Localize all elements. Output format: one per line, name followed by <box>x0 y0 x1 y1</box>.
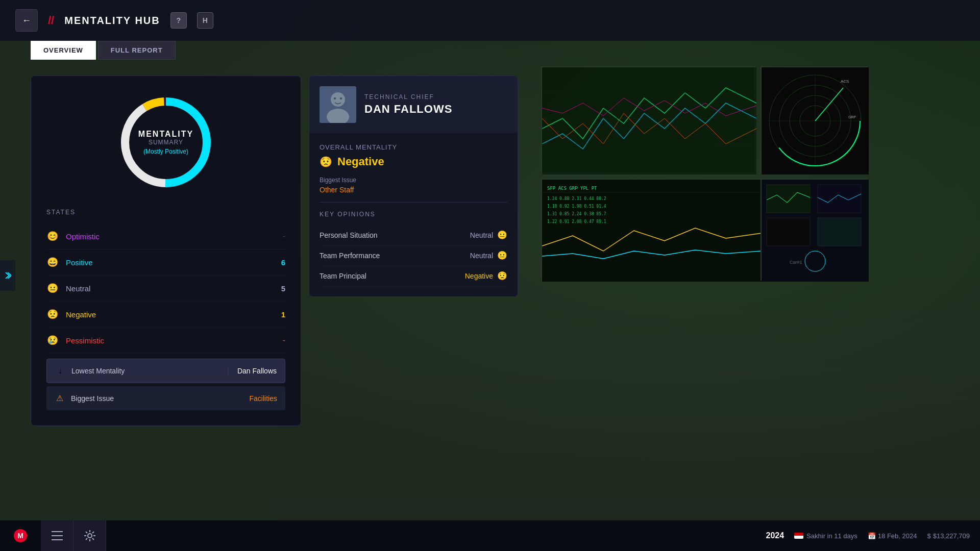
hotkey-button[interactable]: H <box>197 12 213 29</box>
svg-text:M: M <box>17 532 23 540</box>
donut-status: (Mostly Positive) <box>138 148 193 155</box>
pessimistic-emoji: 😢 <box>46 335 59 346</box>
biggest-issue-icon: ⚠ <box>55 393 65 403</box>
states-section: STATES 😊 Optimistic - 😄 Positive 6 😐 Neu… <box>46 209 285 354</box>
tab-full-report[interactable]: FULL REPORT <box>98 41 176 60</box>
lowest-mentality-label: Lowest Mentality <box>71 367 219 375</box>
date-info: 📅 18 Feb, 2024 <box>868 532 917 540</box>
opinion-emoji-team-performance: 😐 <box>497 251 507 260</box>
settings-button[interactable] <box>74 520 106 551</box>
sidebar-expand-button[interactable] <box>0 260 15 291</box>
back-button[interactable]: ← <box>15 9 38 32</box>
neutral-label: Neutral <box>66 284 281 293</box>
opinion-emoji-personal: 😐 <box>497 230 507 240</box>
main-panel: MENTALITY SUMMARY (Mostly Positive) STAT… <box>31 76 301 426</box>
money-info: $ $13,227,709 <box>927 532 970 540</box>
monitor-screen-3: SFP ACS GRP YPL PT 1.24 0.88 2.11 0.44 8… <box>541 179 761 281</box>
opinion-value-team-performance: Neutral <box>470 252 493 260</box>
lowest-mentality-value: Dan Fallows <box>237 367 277 375</box>
calendar-icon: 📅 <box>868 532 876 540</box>
year-badge: 2024 <box>766 531 785 540</box>
profile-body: OVERALL MENTALITY 😟 Negative Biggest Iss… <box>309 133 518 296</box>
svg-text:1.31  0.85  2.24  0.38  85.7: 1.31 0.85 2.24 0.38 85.7 <box>547 212 606 216</box>
avatar <box>320 86 356 123</box>
mentality-emoji: 😟 <box>320 156 332 168</box>
svg-rect-41 <box>52 535 63 536</box>
positive-emoji: 😄 <box>46 257 59 268</box>
svg-rect-26 <box>818 218 861 246</box>
opinion-row-personal: Personal Situation Neutral 😐 <box>320 225 507 245</box>
negative-emoji: 😟 <box>46 309 59 320</box>
state-row-neutral[interactable]: 😐 Neutral 5 <box>46 276 285 302</box>
menu-button[interactable] <box>41 520 74 551</box>
gear-icon <box>84 530 95 541</box>
location-info: Sakhir in 11 days <box>794 532 857 540</box>
tab-overview[interactable]: OVERVIEW <box>31 41 96 60</box>
opinion-emoji-team-principal: 😟 <box>497 271 507 281</box>
negative-count: 1 <box>281 310 285 319</box>
state-row-pessimistic[interactable]: 😢 Pessimistic - <box>46 328 285 354</box>
lowest-mentality-icon: ↓ <box>55 366 65 375</box>
donut-chart-container: MENTALITY SUMMARY (Mostly Positive) <box>46 91 285 193</box>
pessimistic-count: - <box>283 336 285 345</box>
monitor-screen-1 <box>541 66 755 173</box>
svg-text:ACS: ACS <box>841 79 849 84</box>
svg-text:Car#1: Car#1 <box>790 260 802 265</box>
menu-icon <box>52 531 63 540</box>
svg-point-43 <box>88 534 92 538</box>
bottom-stats: ↓ Lowest Mentality | Dan Fallows ⚠ Bigge… <box>46 359 285 410</box>
overall-mentality-label: OVERALL MENTALITY <box>320 143 507 151</box>
svg-text:1.18  0.92  1.98  0.51  91.4: 1.18 0.92 1.98 0.51 91.4 <box>547 204 606 209</box>
opinion-value-personal: Neutral <box>470 231 493 239</box>
svg-text:GRP: GRP <box>848 115 856 119</box>
opinion-label-team-principal: Team Principal <box>320 272 465 280</box>
money-icon: $ <box>927 532 930 540</box>
profile-biggest-issue-label: Biggest Issue <box>320 177 507 184</box>
state-row-negative[interactable]: 😟 Negative 1 <box>46 302 285 328</box>
pessimistic-label: Pessimistic <box>66 336 283 345</box>
svg-rect-42 <box>52 539 63 540</box>
donut-center: MENTALITY SUMMARY (Mostly Positive) <box>138 130 193 155</box>
bottom-bar: M 2024 Sakhir in 11 days 📅 18 Feb, 2024 … <box>0 520 980 551</box>
monitor-screen-4: Car#1 <box>761 179 868 281</box>
svg-text:SFP  ACS  GRP  YPL  PT: SFP ACS GRP YPL PT <box>547 186 597 191</box>
neutral-emoji: 😐 <box>46 283 59 294</box>
biggest-issue-row[interactable]: ⚠ Biggest Issue Facilities <box>46 386 285 410</box>
mentality-value: 😟 Negative <box>320 155 507 168</box>
bottom-right-info: 2024 Sakhir in 11 days 📅 18 Feb, 2024 $ … <box>766 531 970 540</box>
monitors-background: ACS GRP SFP ACS GRP YPL PT 1.24 0.88 2.1… <box>541 66 980 342</box>
neutral-count: 5 <box>281 284 285 293</box>
money-text: $13,227,709 <box>933 532 970 540</box>
opinion-row-team-performance: Team Performance Neutral 😐 <box>320 245 507 266</box>
states-title: STATES <box>46 209 285 216</box>
location-flag <box>794 533 803 539</box>
state-row-optimistic[interactable]: 😊 Optimistic - <box>46 223 285 249</box>
svg-rect-23 <box>767 185 810 213</box>
positive-label: Positive <box>66 258 281 267</box>
donut-title: MENTALITY <box>138 130 193 139</box>
biggest-issue-value: Facilities <box>250 394 277 403</box>
svg-text:1.24  0.88  2.11  0.44  88.2: 1.24 0.88 2.11 0.44 88.2 <box>547 196 606 201</box>
brand-logo: M <box>10 525 31 546</box>
profile-header: TECHNICAL CHIEF DAN FALLOWS <box>309 76 518 133</box>
state-row-positive[interactable]: 😄 Positive 6 <box>46 249 285 276</box>
profile-name: DAN FALLOWS <box>364 103 507 116</box>
opinion-value-team-principal: Negative <box>465 272 493 280</box>
help-button[interactable]: ? <box>170 12 187 29</box>
negative-label: Negative <box>66 310 281 319</box>
lowest-mentality-row[interactable]: ↓ Lowest Mentality | Dan Fallows <box>46 359 285 383</box>
profile-card: TECHNICAL CHIEF DAN FALLOWS OVERALL MENT… <box>309 76 518 297</box>
donut-subtitle: SUMMARY <box>138 139 193 146</box>
date-text: 18 Feb, 2024 <box>878 532 917 540</box>
svg-rect-0 <box>542 67 756 174</box>
opinion-row-team-principal: Team Principal Negative 😟 <box>320 266 507 286</box>
svg-point-37 <box>340 97 342 99</box>
svg-point-36 <box>334 97 336 99</box>
location-text: Sakhir in 11 days <box>806 532 857 540</box>
donut-chart: MENTALITY SUMMARY (Mostly Positive) <box>115 91 217 193</box>
optimistic-emoji: 😊 <box>46 231 59 242</box>
mentality-text: Negative <box>337 155 384 168</box>
positive-count: 6 <box>281 258 285 267</box>
svg-rect-40 <box>52 531 63 532</box>
svg-rect-25 <box>767 218 810 246</box>
